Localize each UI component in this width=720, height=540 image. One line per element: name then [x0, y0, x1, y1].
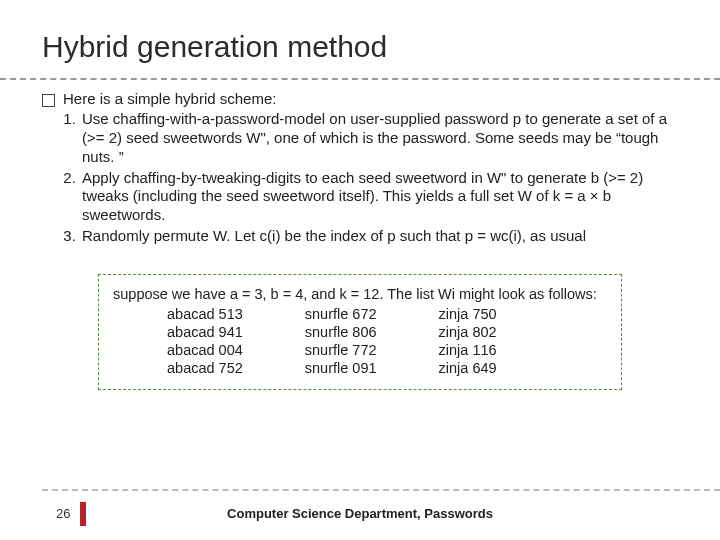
example-cell: snurfle 772 — [305, 341, 377, 359]
example-cell: zinja 649 — [439, 359, 497, 377]
example-cell: zinja 750 — [439, 305, 497, 323]
example-cell: abacad 004 — [167, 341, 243, 359]
example-cell: snurfle 806 — [305, 323, 377, 341]
example-cell: snurfle 672 — [305, 305, 377, 323]
example-cell: abacad 941 — [167, 323, 243, 341]
scheme-step: Apply chaffing-by-tweaking-digits to eac… — [80, 169, 678, 225]
example-cell: zinja 802 — [439, 323, 497, 341]
title-block: Hybrid generation method — [0, 0, 720, 72]
scheme-step: Use chaffing-with-a-password-model on us… — [80, 110, 678, 166]
example-box: suppose we have a = 3, b = 4, and k = 12… — [98, 274, 622, 391]
bullet-item: Here is a simple hybrid scheme: — [42, 90, 678, 109]
example-cell: abacad 752 — [167, 359, 243, 377]
example-cell: zinja 116 — [439, 341, 497, 359]
scheme-step: Randomly permute W. Let c(i) be the inde… — [80, 227, 678, 246]
example-cell: snurfle 091 — [305, 359, 377, 377]
footer-text: Computer Science Department, Passwords — [0, 506, 720, 522]
example-lead: suppose we have a = 3, b = 4, and k = 12… — [113, 285, 607, 303]
slide-title: Hybrid generation method — [42, 28, 720, 66]
example-cell: abacad 513 — [167, 305, 243, 323]
example-col-2: snurfle 672 snurfle 806 snurfle 772 snur… — [305, 305, 377, 378]
bullet-square-icon — [42, 94, 55, 107]
example-col-1: abacad 513 abacad 941 abacad 004 abacad … — [167, 305, 243, 378]
scheme-list: Use chaffing-with-a-password-model on us… — [42, 110, 678, 245]
slide: Hybrid generation method Here is a simpl… — [0, 0, 720, 540]
example-col-3: zinja 750 zinja 802 zinja 116 zinja 649 — [439, 305, 497, 378]
slide-body: Here is a simple hybrid scheme: Use chaf… — [0, 80, 720, 391]
footer-divider — [42, 489, 720, 491]
example-columns: abacad 513 abacad 941 abacad 004 abacad … — [113, 305, 607, 378]
intro-text: Here is a simple hybrid scheme: — [63, 90, 678, 109]
